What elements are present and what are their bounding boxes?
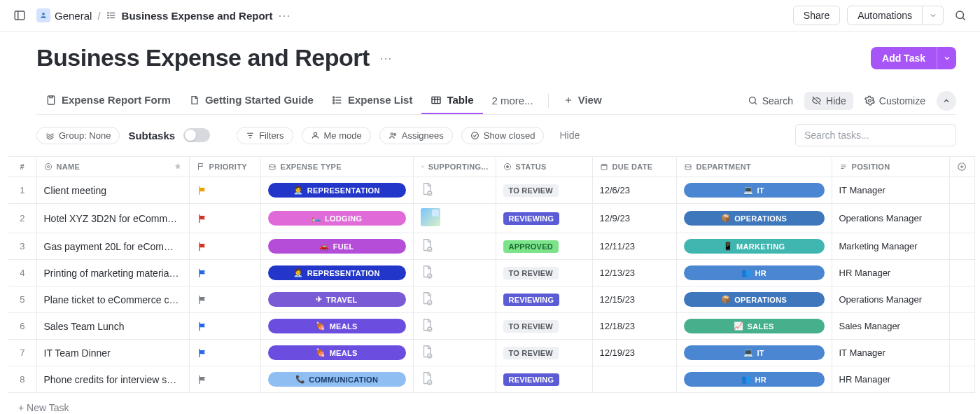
me-mode-chip[interactable]: Me mode (302, 127, 371, 144)
toolbar-collapse-icon[interactable] (937, 91, 956, 111)
tab-table[interactable]: Table (421, 87, 482, 114)
title-more-icon[interactable]: ⋯ (379, 50, 392, 66)
department-cell[interactable]: 📦OPERATIONS (676, 287, 832, 313)
subtasks-toggle[interactable] (183, 128, 210, 142)
supporting-cell[interactable] (413, 287, 496, 313)
priority-cell[interactable] (189, 260, 260, 287)
add-task-caret[interactable] (937, 47, 956, 69)
due-date-cell[interactable]: 12/11/23 (592, 233, 676, 260)
supporting-cell[interactable] (413, 313, 496, 340)
supporting-cell[interactable] (413, 233, 496, 260)
status-cell[interactable]: TO REVIEW (496, 177, 592, 204)
due-date-cell[interactable] (592, 366, 676, 393)
priority-cell[interactable] (189, 204, 260, 233)
expense-type-cell[interactable]: 🚗FUEL (260, 233, 413, 260)
table-row[interactable]: 7IT Team Dinner🍖MEALSTO REVIEW12/19/23💻I… (8, 340, 974, 366)
breadcrumb-more-icon[interactable]: ⋯ (278, 8, 290, 23)
document-icon[interactable] (421, 291, 433, 306)
tab-expense-report-form[interactable]: Expense Report Form (36, 87, 180, 114)
priority-cell[interactable] (189, 313, 260, 340)
document-icon[interactable] (421, 371, 433, 386)
due-date-cell[interactable]: 12/19/23 (592, 340, 676, 366)
task-name[interactable]: Client meeting (36, 177, 189, 204)
col-expense-type[interactable]: EXPENSE TYPE (260, 157, 413, 177)
status-cell[interactable]: REVIEWING (496, 204, 592, 233)
add-view-button[interactable]: View (554, 87, 611, 114)
position-cell[interactable]: HR Manager (832, 366, 949, 393)
table-row[interactable]: 1Client meeting🧑‍💼REPRESENTATIONTO REVIE… (8, 177, 974, 204)
expense-type-cell[interactable]: 🧑‍💼REPRESENTATION (260, 260, 413, 287)
position-cell[interactable]: IT Manager (832, 340, 949, 366)
toolbar-customize[interactable]: Customize (858, 92, 932, 110)
expense-type-cell[interactable]: 🧑‍💼REPRESENTATION (260, 177, 413, 204)
col-due-date[interactable]: DUE DATE (592, 157, 676, 177)
task-name[interactable]: Phone credits for interview s… (36, 366, 189, 393)
status-cell[interactable]: TO REVIEW (496, 260, 592, 287)
expense-type-cell[interactable]: ✈TRAVEL (260, 287, 413, 313)
sidebar-toggle-icon[interactable] (10, 6, 29, 25)
status-cell[interactable]: REVIEWING (496, 366, 592, 393)
due-date-cell[interactable]: 12/9/23 (592, 204, 676, 233)
table-row[interactable]: 6Sales Team Lunch🍖MEALSTO REVIEW12/18/23… (8, 313, 974, 340)
page-title[interactable]: Business Expense and Report (36, 44, 370, 71)
supporting-cell[interactable] (413, 366, 496, 393)
expense-type-cell[interactable]: 🍖MEALS (260, 313, 413, 340)
task-name[interactable]: Sales Team Lunch (36, 313, 189, 340)
table-row[interactable]: 8Phone credits for interview s…📞COMMUNIC… (8, 366, 974, 393)
task-name[interactable]: Plane ticket to eCommerce c… (36, 287, 189, 313)
status-cell[interactable]: REVIEWING (496, 287, 592, 313)
task-name[interactable]: Printing of marketing materia… (36, 260, 189, 287)
hide-link[interactable]: Hide (559, 130, 580, 141)
expense-type-cell[interactable]: 🍖MEALS (260, 340, 413, 366)
department-cell[interactable]: 💻IT (676, 177, 832, 204)
col-supporting[interactable]: SUPPORTING... (413, 157, 496, 177)
new-task-button[interactable]: + New Task (8, 393, 956, 414)
department-cell[interactable]: 👥HR (676, 260, 832, 287)
priority-cell[interactable] (189, 340, 260, 366)
position-cell[interactable]: Operations Manager (832, 287, 949, 313)
document-icon[interactable] (421, 181, 433, 197)
position-cell[interactable]: HR Manager (832, 260, 949, 287)
status-cell[interactable]: APPROVED (496, 233, 592, 260)
col-add[interactable] (949, 157, 974, 177)
supporting-cell[interactable] (413, 340, 496, 366)
department-cell[interactable]: 📦OPERATIONS (676, 204, 832, 233)
position-cell[interactable]: Marketing Manager (832, 233, 949, 260)
col-number[interactable]: # (8, 157, 36, 177)
breadcrumb-page[interactable]: Business Expense and Report (122, 10, 273, 22)
position-cell[interactable]: IT Manager (832, 177, 949, 204)
department-cell[interactable]: 💻IT (676, 340, 832, 366)
attachment-thumb[interactable] (421, 208, 440, 226)
share-button[interactable]: Share (793, 6, 840, 25)
department-cell[interactable]: 👥HR (676, 366, 832, 393)
due-date-cell[interactable]: 12/13/23 (592, 260, 676, 287)
table-row[interactable]: 5Plane ticket to eCommerce c…✈TRAVELREVI… (8, 287, 974, 313)
add-task-button[interactable]: Add Task (871, 47, 937, 69)
show-closed-chip[interactable]: Show closed (461, 127, 545, 144)
task-name[interactable]: IT Team Dinner (36, 340, 189, 366)
col-position[interactable]: POSITION (832, 157, 949, 177)
table-row[interactable]: 2Hotel XYZ 3D2N for eComm…🛏️LODGINGREVIE… (8, 204, 974, 233)
status-cell[interactable]: TO REVIEW (496, 313, 592, 340)
document-icon[interactable] (421, 317, 433, 333)
supporting-cell[interactable] (413, 177, 496, 204)
task-name[interactable]: Hotel XYZ 3D2N for eComm… (36, 204, 189, 233)
col-department[interactable]: DEPARTMENT (676, 157, 832, 177)
priority-cell[interactable] (189, 366, 260, 393)
document-icon[interactable] (421, 264, 433, 280)
department-cell[interactable]: 📱MARKETING (676, 233, 832, 260)
supporting-cell[interactable] (413, 260, 496, 287)
due-date-cell[interactable]: 12/18/23 (592, 313, 676, 340)
priority-cell[interactable] (189, 233, 260, 260)
filters-chip[interactable]: Filters (237, 127, 293, 144)
due-date-cell[interactable]: 12/15/23 (592, 287, 676, 313)
priority-cell[interactable] (189, 177, 260, 204)
toolbar-search[interactable]: Search (741, 92, 800, 110)
expense-type-cell[interactable]: 📞COMMUNICATION (260, 366, 413, 393)
col-priority[interactable]: PRIORITY (189, 157, 260, 177)
status-cell[interactable]: TO REVIEW (496, 340, 592, 366)
col-status[interactable]: STATUS (496, 157, 592, 177)
position-cell[interactable]: Operations Manager (832, 204, 949, 233)
position-cell[interactable]: Sales Manager (832, 313, 949, 340)
department-cell[interactable]: 📈SALES (676, 313, 832, 340)
